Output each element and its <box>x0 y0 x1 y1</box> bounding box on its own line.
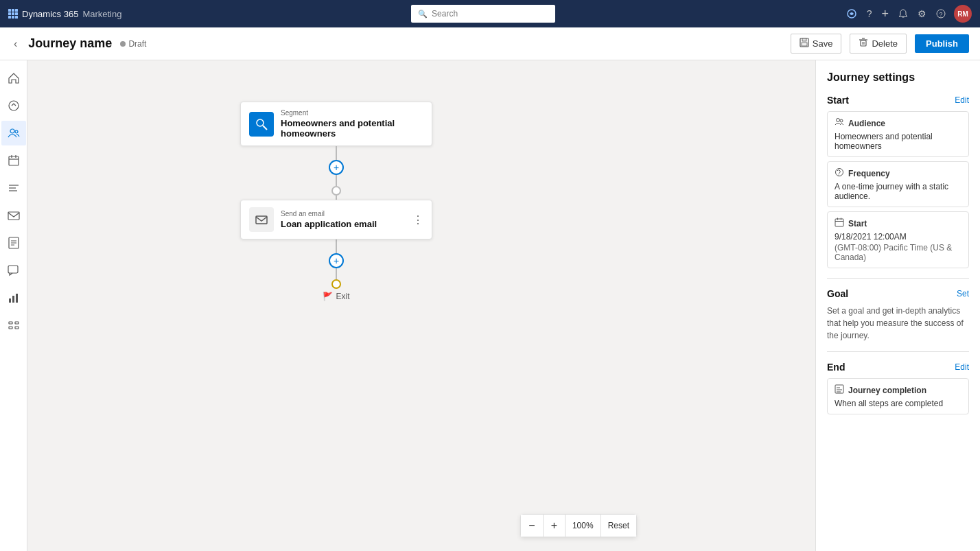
sidebar-item-analytics[interactable] <box>1 285 26 310</box>
sidebar-item-segments[interactable] <box>1 176 26 200</box>
zoom-level: 100% <box>565 515 601 537</box>
start-section-header: Start Edit <box>827 95 969 106</box>
completion-card-row: Journey completion <box>835 384 961 396</box>
help-question-icon[interactable]: ? <box>935 8 947 20</box>
sidebar-item-chat[interactable] <box>1 258 26 283</box>
delete-label: Delete <box>872 38 898 49</box>
svg-rect-33 <box>15 322 19 324</box>
audience-card-label: Audience <box>848 119 885 128</box>
end-edit-button[interactable]: Edit <box>955 362 969 372</box>
notification-icon[interactable] <box>897 8 909 20</box>
connector-circle-2 <box>331 279 341 289</box>
status-text: Draft <box>128 39 146 49</box>
add-node-button-2[interactable]: + <box>329 253 344 268</box>
frequency-icon <box>835 167 844 179</box>
exit-node: 🚩 Exit <box>323 292 349 301</box>
svg-point-13 <box>10 129 14 133</box>
frequency-card-row: Frequency <box>835 167 961 179</box>
segment-node-icon <box>249 112 274 137</box>
email-node[interactable]: Send an email Loan application email ⋮ <box>240 200 432 239</box>
audience-card-value: Homeowners and potential homeowners <box>835 132 961 151</box>
segment-node-type: Segment <box>281 109 423 117</box>
end-section-header: End Edit <box>827 362 969 373</box>
sidebar-item-home[interactable] <box>1 66 26 91</box>
draft-dot <box>120 41 126 47</box>
publish-button[interactable]: Publish <box>915 34 969 53</box>
divider-1 <box>827 278 969 279</box>
journey-nodes: Segment Homeowners and potential homeown… <box>27 60 815 551</box>
connector-5 <box>336 268 337 279</box>
email-node-menu[interactable]: ⋮ <box>412 213 423 226</box>
svg-rect-28 <box>9 298 11 303</box>
start-edit-button[interactable]: Edit <box>955 95 969 105</box>
sidebar-item-journeys[interactable] <box>1 93 26 118</box>
completion-card-label: Journey completion <box>848 386 926 395</box>
audience-icon <box>835 117 844 129</box>
add-icon[interactable]: + <box>880 5 890 23</box>
frequency-card: Frequency A one-time journey with a stat… <box>827 161 969 207</box>
connector-circle-1 <box>331 186 341 196</box>
segment-node[interactable]: Segment Homeowners and potential homeown… <box>240 102 432 146</box>
sidebar-item-settings[interactable] <box>1 313 26 338</box>
zoom-reset-button[interactable]: Reset <box>601 515 636 537</box>
svg-rect-34 <box>15 327 19 329</box>
svg-point-39 <box>840 119 843 122</box>
svg-point-35 <box>257 119 264 126</box>
svg-rect-29 <box>12 296 14 303</box>
search-icon: 🔍 <box>418 10 428 19</box>
sidebar-item-content[interactable] <box>1 231 26 255</box>
segment-node-wrapper: Segment Homeowners and potential homeown… <box>240 102 432 301</box>
topbar: Dynamics 365 Marketing 🔍 ? + ⚙ <box>0 0 980 27</box>
goal-set-button[interactable]: Set <box>957 289 969 298</box>
frequency-card-value: A one-time journey with a static audienc… <box>835 182 961 201</box>
left-sidebar <box>0 60 27 551</box>
app-name: Dynamics 365 <box>22 9 78 19</box>
svg-point-12 <box>9 101 19 110</box>
help-icon[interactable]: ? <box>865 7 874 21</box>
right-panel: Journey settings Start Edit Audience Hom… <box>815 60 980 551</box>
status-badge: Draft <box>120 39 146 49</box>
svg-rect-32 <box>9 327 12 329</box>
svg-point-14 <box>15 130 18 133</box>
svg-rect-15 <box>9 156 19 165</box>
start-time-card: Start 9/18/2021 12:00AM (GMT-08:00) Paci… <box>827 211 969 268</box>
user-avatar[interactable]: RM <box>954 5 972 23</box>
journey-canvas[interactable]: Segment Homeowners and potential homeown… <box>27 60 815 551</box>
sidebar-item-email[interactable] <box>1 203 26 228</box>
svg-point-41 <box>838 174 839 175</box>
svg-rect-5 <box>802 38 806 41</box>
sidebar-item-customers[interactable] <box>1 121 26 145</box>
save-icon <box>800 38 809 49</box>
segment-node-content: Segment Homeowners and potential homeown… <box>281 109 423 139</box>
svg-rect-30 <box>16 294 18 303</box>
page-title: Journey name <box>28 36 112 51</box>
svg-text:?: ? <box>939 11 942 18</box>
svg-rect-27 <box>8 266 18 273</box>
end-section-title: End <box>827 362 845 373</box>
delete-icon <box>859 38 868 49</box>
topbar-actions: ? + ⚙ ? RM <box>845 5 972 23</box>
sidebar-item-events[interactable] <box>1 148 26 173</box>
search-input[interactable] <box>432 9 548 19</box>
subheader: ‹ Journey name Draft Save Delete Publi <box>0 27 980 60</box>
back-button[interactable]: ‹ <box>11 35 20 53</box>
app-logo[interactable]: Dynamics 365 Marketing <box>8 9 121 19</box>
zoom-out-button[interactable]: − <box>521 515 543 537</box>
panel-title: Journey settings <box>827 71 969 84</box>
delete-button[interactable]: Delete <box>850 34 907 54</box>
connector-1 <box>336 146 337 160</box>
add-node-button-1[interactable]: + <box>329 160 344 175</box>
start-time-icon <box>835 218 844 229</box>
goal-section-title: Goal <box>827 288 848 299</box>
zoom-in-button[interactable]: + <box>543 515 565 537</box>
settings-icon[interactable]: ⚙ <box>916 7 928 21</box>
svg-line-36 <box>263 126 267 130</box>
module-name: Marketing <box>82 9 121 19</box>
svg-rect-6 <box>802 43 807 46</box>
save-label: Save <box>813 38 833 49</box>
svg-rect-7 <box>861 40 866 46</box>
search-box[interactable]: 🔍 <box>411 5 555 23</box>
svg-rect-22 <box>8 212 19 220</box>
copilot-icon[interactable] <box>845 7 859 21</box>
save-button[interactable]: Save <box>791 34 842 54</box>
